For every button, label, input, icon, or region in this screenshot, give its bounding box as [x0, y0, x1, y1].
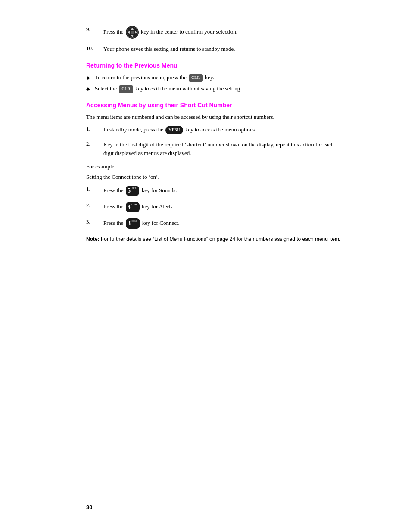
note-text: For further details see “List of Menu Fu…: [100, 236, 341, 242]
ex-step-3: 3. Press the 3 DEF key for Connect.: [86, 218, 342, 229]
step-9: 9. Press the key in the center to: [86, 26, 342, 39]
ex-step-1: 1. Press the 5 JKL key for Sounds.: [86, 186, 342, 196]
key-4-sub: GHI: [131, 203, 137, 206]
section2-step-2: 2. Key in the first digit of the require…: [86, 140, 342, 157]
setting-text: Setting the Connect tone to ‘on’.: [86, 173, 342, 181]
clr-key-1: CLR: [189, 74, 203, 82]
for-example-label: For example:: [86, 163, 342, 170]
key-5-sub: JKL: [131, 187, 137, 190]
bullet-diamond-2: ◆: [86, 84, 95, 93]
ex-step-2: 2. Press the 4 GHI key for Alerts.: [86, 202, 342, 212]
ex-step-2-before: Press the: [103, 203, 124, 210]
ex-step-1-content: Press the 5 JKL key for Sounds.: [103, 186, 342, 196]
step-9-content: Press the key in the center to confirm y…: [103, 26, 342, 39]
key-5-num: 5: [128, 187, 131, 194]
bullet-2-text: Select the CLR key to exit the menu with…: [95, 84, 342, 93]
bullet-diamond-1: ◆: [86, 73, 95, 81]
page-number: 30: [86, 504, 92, 510]
step-9-text-after: key in the center to confirm your select…: [141, 28, 237, 35]
section2-step-1: 1. In standby mode, press the MENU key t…: [86, 125, 342, 134]
ex-step-3-after: key for Connect.: [142, 220, 180, 226]
step-9-num: 9.: [86, 26, 103, 33]
menu-key: MENU: [165, 126, 183, 134]
section2-para1: The menu items are numbered and can be a…: [86, 113, 342, 121]
ex-step-2-num: 2.: [86, 202, 103, 209]
key-4-ghi: 4 GHI: [126, 202, 140, 212]
ex-step-1-after: key for Sounds.: [142, 187, 177, 193]
key-5-jkl: 5 JKL: [126, 186, 140, 196]
step-10-content: Your phone saves this setting and return…: [103, 45, 342, 53]
bullet-2-before: Select the: [95, 85, 117, 92]
nav-center-key-icon: [126, 26, 139, 39]
key-3-num: 3: [128, 220, 131, 227]
section2-heading: Accessing Menus by using their Short Cut…: [86, 102, 342, 109]
bullet-1-before: To return to the previous menu, press th…: [95, 74, 187, 81]
section2-step-2-num: 2.: [86, 140, 103, 147]
ex-step-2-content: Press the 4 GHI key for Alerts.: [103, 202, 342, 212]
ex-step-1-before: Press the: [103, 187, 124, 193]
step-10: 10. Your phone saves this setting and re…: [86, 45, 342, 53]
key-4-num: 4: [128, 204, 131, 210]
key-3-def: 3 DEF: [126, 218, 140, 229]
ex-step-3-num: 3.: [86, 218, 103, 225]
ex-step-3-content: Press the 3 DEF key for Connect.: [103, 218, 342, 229]
step-9-text-before: Press the: [103, 28, 124, 35]
page: 9. Press the key in the center to: [0, 0, 411, 532]
section2-step-1-before: In standby mode, press the: [103, 126, 163, 133]
section1-heading: Returning to the Previous Menu: [86, 62, 342, 69]
section2-step-2-content: Key in the first digit of the required ‘…: [103, 140, 342, 157]
ex-step-2-after: key for Alerts.: [142, 203, 174, 210]
section2-step-1-content: In standby mode, press the MENU key to a…: [103, 125, 342, 134]
ex-step-3-before: Press the: [103, 220, 124, 226]
bullet-1-after: key.: [205, 74, 214, 81]
section2-step-1-num: 1.: [86, 125, 103, 132]
bullet-1-text: To return to the previous menu, press th…: [95, 73, 342, 82]
bullet-2: ◆ Select the CLR key to exit the menu wi…: [86, 84, 342, 93]
svg-point-6: [131, 31, 134, 34]
note-label: Note:: [86, 236, 100, 242]
key-3-sub: DEF: [131, 220, 137, 223]
note-paragraph: Note: For further details see “List of M…: [86, 235, 342, 243]
clr-key-2: CLR: [119, 85, 133, 93]
bullet-2-after: key to exit the menu without saving the …: [135, 85, 242, 92]
bullet-1: ◆ To return to the previous menu, press …: [86, 73, 342, 82]
section2-step-1-after: key to access the menu options.: [185, 126, 256, 133]
step-10-num: 10.: [86, 45, 103, 52]
ex-step-1-num: 1.: [86, 186, 103, 193]
